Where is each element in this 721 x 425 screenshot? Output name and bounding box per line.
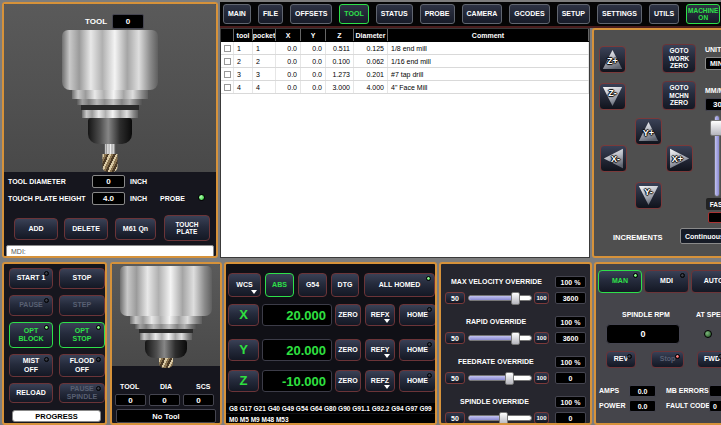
feedrate-percent: 100 % bbox=[555, 356, 586, 368]
chevron-down-icon bbox=[251, 290, 257, 294]
override-max-button[interactable]: 100 bbox=[534, 332, 549, 344]
slider-handle[interactable] bbox=[499, 412, 508, 425]
row-checkbox[interactable] bbox=[224, 58, 231, 65]
override-min-button[interactable]: 50 bbox=[445, 292, 465, 304]
touch-plate-button[interactable]: TOUCH PLATE bbox=[164, 215, 210, 241]
machine-on-button[interactable]: MACHINE ON bbox=[686, 4, 720, 24]
tab-mdi[interactable]: MDI bbox=[644, 270, 689, 293]
override-min-button[interactable]: 50 bbox=[445, 412, 465, 424]
m61-button[interactable]: M61 Qn bbox=[115, 218, 156, 240]
main-tab-bar: MAIN FILE OFFSETS TOOL STATUS PROBE CAME… bbox=[220, 2, 721, 28]
wcs-button[interactable]: WCS bbox=[228, 273, 261, 297]
override-min-button[interactable]: 50 bbox=[445, 332, 465, 344]
ref-y-button[interactable]: REFY bbox=[365, 339, 395, 361]
man-led bbox=[633, 273, 638, 278]
table-row[interactable]: 3 3 0.0 0.0 1.273 0.201 #7 tap drill bbox=[221, 68, 589, 81]
tab-utils[interactable]: UTILS bbox=[649, 4, 679, 24]
jog-x-plus-button[interactable]: X+ bbox=[666, 145, 693, 172]
slider-handle[interactable] bbox=[511, 292, 520, 305]
slider-fill bbox=[469, 376, 509, 380]
tab-gcodes[interactable]: GCODES bbox=[509, 4, 549, 24]
jog-y-minus-button[interactable]: Y- bbox=[635, 182, 662, 209]
table-row[interactable]: 4 4 0.0 0.0 3.000 4.000 4" Face Mill bbox=[221, 81, 589, 94]
delete-tool-button[interactable]: DELETE bbox=[64, 218, 108, 240]
tab-auto[interactable]: AUTO bbox=[691, 270, 721, 293]
axis-y-button[interactable]: Y bbox=[228, 339, 259, 361]
zero-y-button[interactable]: ZERO bbox=[335, 339, 361, 361]
tab-tool[interactable]: TOOL bbox=[339, 4, 368, 24]
tab-camera[interactable]: CAMERA bbox=[462, 4, 503, 24]
tab-setup[interactable]: SETUP bbox=[557, 4, 590, 24]
zero-x-button[interactable]: ZERO bbox=[335, 304, 361, 326]
home-x-button[interactable]: HOME bbox=[399, 304, 436, 326]
override-max-button[interactable]: 100 bbox=[534, 372, 549, 384]
spindle-slider[interactable] bbox=[468, 415, 532, 421]
units-select[interactable]: MIN bbox=[705, 57, 721, 70]
stop-button[interactable]: STOP bbox=[59, 268, 105, 289]
flood-button[interactable]: FLOOD OFF bbox=[59, 354, 105, 377]
mdi-input[interactable]: MDI: bbox=[6, 245, 214, 258]
rapid-override-label: RAPID OVERRIDE bbox=[466, 318, 526, 325]
override-max-button[interactable]: 100 bbox=[534, 412, 549, 424]
jog-z-plus-button[interactable]: Z+ bbox=[599, 46, 626, 73]
pause-spindle-button[interactable]: PAUSE SPINDLE bbox=[59, 383, 105, 403]
cell-x: 0.0 bbox=[276, 55, 301, 67]
tab-offsets[interactable]: OFFSETS bbox=[290, 4, 332, 24]
slider-handle[interactable] bbox=[511, 332, 520, 345]
ref-x-button[interactable]: REFX bbox=[365, 304, 395, 326]
step-button[interactable]: STEP bbox=[59, 295, 105, 316]
tab-settings[interactable]: SETTINGS bbox=[597, 4, 642, 24]
increments-select[interactable]: Continuous bbox=[680, 228, 721, 244]
spindle-rev-button[interactable]: REV bbox=[606, 351, 636, 368]
add-tool-button[interactable]: ADD bbox=[14, 218, 58, 240]
slider-fill bbox=[469, 336, 515, 340]
touch-plate-height-input[interactable]: 4.0 bbox=[92, 192, 125, 205]
abs-button[interactable]: ABS bbox=[265, 273, 294, 297]
tab-status[interactable]: STATUS bbox=[376, 4, 413, 24]
reload-button[interactable]: RELOAD bbox=[9, 383, 53, 403]
row-checkbox[interactable] bbox=[224, 45, 231, 52]
spindle-fwd-button[interactable]: FWD bbox=[697, 351, 721, 368]
zero-z-button[interactable]: ZERO bbox=[335, 370, 361, 392]
tab-probe[interactable]: PROBE bbox=[420, 4, 455, 24]
jog-speed-slider-handle[interactable] bbox=[710, 120, 721, 136]
optional-block-button[interactable]: OPT BLOCK bbox=[9, 322, 53, 348]
jog-x-minus-button[interactable]: X- bbox=[600, 145, 627, 172]
tab-file[interactable]: FILE bbox=[258, 4, 283, 24]
g54-button[interactable]: G54 bbox=[298, 273, 327, 297]
jog-z-minus-button[interactable]: Z- bbox=[599, 83, 626, 110]
cell-comment: 1/16 end mill bbox=[388, 55, 589, 67]
optional-stop-button[interactable]: OPT STOP bbox=[59, 322, 105, 348]
override-max-button[interactable]: 100 bbox=[534, 292, 549, 304]
ref-z-button[interactable]: REFZ bbox=[365, 370, 395, 392]
axis-x-button[interactable]: X bbox=[228, 304, 259, 326]
dtg-button[interactable]: DTG bbox=[331, 273, 359, 297]
mist-button[interactable]: MIST OFF bbox=[9, 354, 53, 377]
goto-machine-zero-button[interactable]: GOTO MCHN ZERO bbox=[662, 81, 696, 110]
axis-y-label: Y bbox=[239, 343, 248, 358]
slider-handle[interactable] bbox=[505, 372, 514, 385]
table-row[interactable]: 1 1 0.0 0.0 0.511 0.125 1/8 end mill bbox=[221, 42, 589, 55]
max-velocity-slider[interactable] bbox=[468, 295, 532, 301]
all-homed-button[interactable]: ALL HOMED bbox=[364, 273, 435, 297]
table-row[interactable]: 2 2 0.0 0.0 0.100 0.062 1/16 end mill bbox=[221, 55, 589, 68]
dro-x-value: 20.000 bbox=[262, 304, 332, 326]
tool-diameter-input[interactable]: 0 bbox=[92, 175, 125, 188]
pause-button[interactable]: PAUSE bbox=[9, 295, 53, 316]
axis-z-button[interactable]: Z bbox=[228, 370, 259, 392]
tab-main[interactable]: MAIN bbox=[223, 4, 251, 24]
cycle-start-button[interactable]: START 1 bbox=[9, 268, 53, 289]
row-checkbox[interactable] bbox=[224, 71, 231, 78]
rapid-slider[interactable] bbox=[468, 335, 532, 341]
tool-value: 0 bbox=[115, 394, 146, 406]
row-checkbox[interactable] bbox=[224, 84, 231, 91]
cell-y: 0.0 bbox=[301, 55, 326, 67]
spindle-stop-button[interactable]: Stop bbox=[651, 351, 684, 368]
jog-y-plus-button[interactable]: Y+ bbox=[635, 118, 662, 145]
home-z-button[interactable]: HOME bbox=[399, 370, 436, 392]
tab-man[interactable]: MAN bbox=[598, 270, 642, 293]
override-min-button[interactable]: 50 bbox=[445, 372, 465, 384]
feedrate-slider[interactable] bbox=[468, 375, 532, 381]
home-y-button[interactable]: HOME bbox=[399, 339, 436, 361]
goto-work-zero-button[interactable]: GOTO WORK ZERO bbox=[662, 44, 696, 73]
